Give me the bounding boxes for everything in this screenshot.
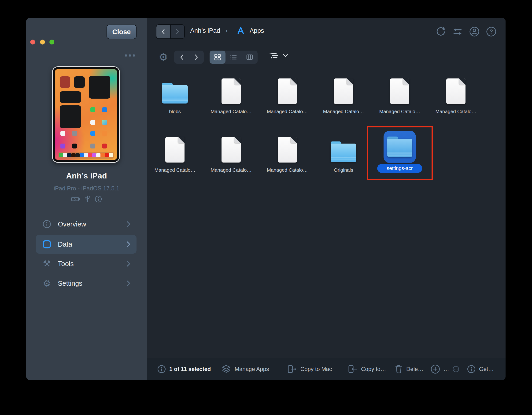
action-label: Copy to… (361, 366, 386, 372)
ellipsis-circle-icon[interactable] (452, 366, 459, 373)
close-button[interactable]: Close (106, 25, 136, 39)
file-item[interactable]: Managed Catalo… (372, 76, 428, 114)
folder-nav-control (174, 51, 204, 64)
dot-icon (129, 54, 131, 57)
app-icon (72, 131, 77, 136)
dot-icon (125, 54, 127, 57)
info-circle-icon (157, 365, 166, 374)
file-item[interactable]: Managed Catalo… (259, 76, 315, 114)
file-item[interactable]: Managed Catalo… (259, 131, 315, 173)
widget (74, 76, 85, 88)
action-label: Copy to Mac (300, 366, 332, 372)
columns-view-button[interactable] (242, 51, 257, 64)
file-name: Managed Catalo… (435, 109, 476, 114)
sidebar-item-tools[interactable]: ⚒ Tools (36, 254, 136, 273)
copy-to-device-button[interactable]: Copy to… (348, 358, 386, 380)
sidebar: Close (26, 18, 147, 380)
device-name: Anh’s iPad (26, 171, 147, 180)
app-icon (102, 107, 107, 112)
copy-to-mac-button[interactable]: Copy to Mac (287, 358, 332, 380)
sort-list-icon (269, 52, 279, 59)
file-name: Managed Catalo… (154, 167, 195, 173)
app-store-icon (236, 26, 245, 35)
action-label: Dele… (406, 366, 423, 372)
usb-icon (85, 195, 90, 203)
grid-view-button[interactable] (209, 51, 226, 64)
info-icon[interactable] (95, 195, 102, 203)
app-icon (90, 131, 95, 136)
document-icon (221, 78, 241, 104)
app-icon (63, 153, 67, 157)
app-icon (90, 120, 95, 125)
trash-icon (395, 364, 403, 374)
breadcrumb-separator: › (226, 27, 228, 34)
sidebar-item-settings[interactable]: ⚙ Settings (36, 274, 136, 293)
app-icon (67, 153, 71, 157)
widget (60, 105, 81, 128)
sidebar-item-overview[interactable]: Overview (36, 215, 136, 233)
file-item[interactable]: Managed Catalo… (428, 76, 484, 114)
annotation-highlight-box (367, 126, 433, 180)
file-item[interactable]: Managed Catalo… (203, 76, 259, 114)
folder-icon (331, 141, 356, 162)
app-icon (96, 153, 100, 157)
window-zoom-traffic-light[interactable] (49, 39, 54, 45)
transfer-arrows-icon[interactable] (452, 26, 463, 37)
main-content: Anh’s iPad › Apps (147, 18, 505, 380)
file-item[interactable]: Managed Catalo… (203, 131, 259, 173)
tools-icon: ⚒ (36, 260, 58, 268)
file-item[interactable]: blobs (147, 76, 203, 114)
sidebar-item-label: Tools (58, 260, 127, 268)
window-close-traffic-light[interactable] (30, 39, 35, 45)
document-icon (278, 137, 297, 163)
app-icon (60, 144, 65, 148)
widget (60, 76, 70, 88)
help-icon[interactable]: ? (486, 26, 497, 37)
file-item[interactable]: Originals (315, 131, 372, 173)
add-button[interactable]: … (430, 358, 459, 380)
sort-options-control[interactable] (269, 52, 288, 59)
file-name: Managed Catalo… (323, 109, 364, 114)
desktop-background: Close (0, 0, 532, 415)
breadcrumb-device[interactable]: Anh’s iPad (190, 27, 220, 34)
app-icon (76, 153, 80, 157)
app-icon (105, 153, 109, 157)
sidebar-item-data[interactable]: Data (36, 235, 136, 254)
nav-back-button[interactable] (174, 51, 189, 64)
app-icon (90, 144, 95, 148)
widget (89, 76, 110, 99)
file-item[interactable]: Managed Catalo… (147, 131, 203, 173)
refresh-icon[interactable] (435, 26, 446, 37)
gear-icon[interactable]: ⚙ (158, 51, 169, 63)
forward-button[interactable] (170, 25, 184, 39)
app-icon (88, 153, 92, 157)
ipad-screen-preview (55, 69, 117, 160)
device-details: iPad Pro - iPadOS 17.5.1 (26, 185, 147, 192)
file-name: blobs (169, 109, 181, 114)
back-button[interactable] (156, 25, 170, 39)
nav-forward-button[interactable] (189, 51, 204, 64)
manage-apps-button[interactable]: Manage Apps (221, 358, 269, 380)
file-item[interactable]: Managed Catalo… (315, 76, 372, 114)
app-icon (71, 153, 76, 157)
get-info-button[interactable]: Get… (467, 358, 494, 380)
delete-button[interactable]: Dele… (395, 358, 423, 380)
account-icon[interactable] (469, 26, 480, 37)
list-view-button[interactable] (226, 51, 241, 64)
info-circle-icon (36, 220, 58, 229)
selection-count: 1 of 11 selected (169, 366, 211, 372)
plus-circle-icon (430, 364, 440, 374)
app-icon (102, 144, 107, 148)
more-options-button[interactable] (123, 52, 137, 58)
chevron-right-icon (127, 261, 130, 267)
window-minimize-traffic-light[interactable] (40, 39, 45, 45)
phone-import-icon (348, 365, 358, 374)
app-icon (92, 153, 96, 157)
app-icon (102, 131, 107, 136)
document-icon (165, 137, 184, 163)
ipad-dock (58, 152, 114, 159)
breadcrumb-section[interactable]: Apps (250, 27, 264, 34)
document-icon (221, 137, 241, 163)
info-circle-icon (467, 365, 476, 374)
layers-icon (221, 364, 231, 374)
